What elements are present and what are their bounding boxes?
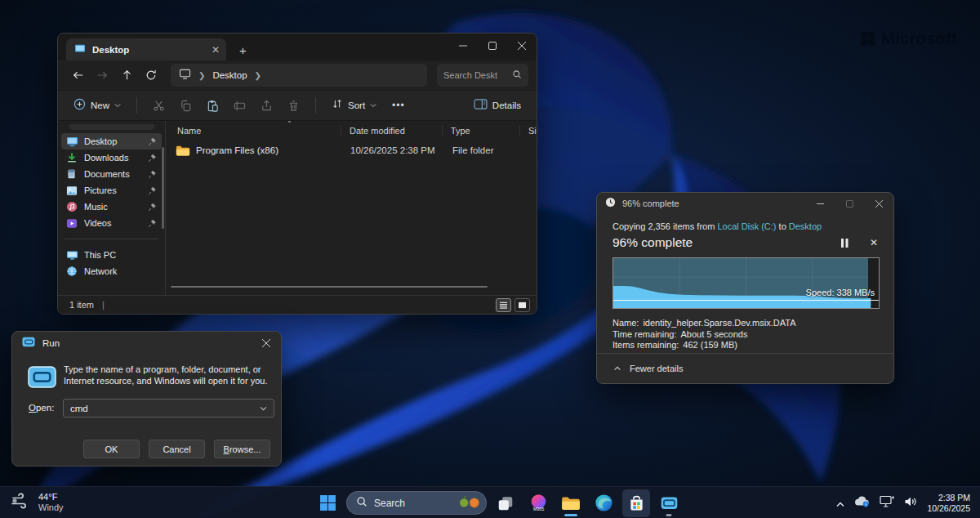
tab-close-icon[interactable]: ✕ [212,44,220,56]
sidebar-tree-group: This PCNetwork [58,247,165,279]
store-taskbar-button[interactable] [622,489,650,517]
taskbar-search[interactable]: Search [346,491,487,515]
sidebar-scrollbar[interactable] [162,147,164,229]
file-explorer-taskbar-button[interactable] [557,489,585,517]
cancel-copy-button[interactable]: ✕ [870,237,878,248]
column-header-type[interactable]: Type [442,126,519,136]
task-view-taskbar-button[interactable] [492,489,519,517]
column-header-date[interactable]: Date modified [341,126,442,136]
volume-icon[interactable] [904,496,918,511]
sidebar-item-desktop[interactable]: Desktop [61,133,162,150]
run-app-taskbar-button[interactable] [655,489,683,517]
file-list-pane: Name ⌃ Date modified Type Si Program Fil… [166,121,537,295]
fewer-details-label: Fewer details [630,364,683,373]
explorer-tab[interactable]: Desktop ✕ [66,38,226,60]
fewer-details-toggle[interactable]: Fewer details [597,353,893,383]
thispc-icon [66,250,78,261]
sidebar-item-label: Network [84,266,157,276]
open-label-rest: pen: [36,403,54,413]
run-dialog-titlebar: Run [12,332,281,354]
up-button[interactable] [115,64,138,87]
breadcrumb-item-desktop[interactable]: Desktop [212,70,247,80]
new-tab-button[interactable]: + [239,43,247,57]
detail-name-value: identity_helper.Sparse.Dev.msix.DATA [643,318,795,328]
copy-summary-prefix: Copying 2,356 items from [612,221,717,231]
sidebar-item-label: Music [84,202,142,212]
share-button[interactable] [255,93,278,118]
pause-button[interactable] [840,239,849,248]
ok-button[interactable]: OK [83,440,140,458]
sidebar-item-pictures[interactable]: Pictures [61,182,162,199]
pin-icon [148,154,157,163]
cut-button[interactable] [147,93,171,118]
taskbar-clock[interactable]: 2:38 PM 10/26/2025 [927,493,970,513]
downloads-icon [66,152,78,163]
minimize-button[interactable] [805,193,835,214]
speed-chart: Speed: 338 MB/s [612,257,880,309]
edge-taskbar-button[interactable] [590,489,617,517]
search-value: Search Deskt [443,70,512,80]
onedrive-icon[interactable] [854,495,871,511]
m365-taskbar-button[interactable]: M365 [524,489,552,517]
new-button[interactable]: New [68,93,127,118]
breadcrumb[interactable]: ❯ Desktop ❯ [171,64,427,87]
file-row[interactable]: Program Files (x86)10/26/2025 2:38 PMFil… [166,141,537,160]
column-header-name[interactable]: Name [166,126,341,136]
back-button[interactable] [66,64,89,87]
start-button[interactable] [314,489,341,517]
chevron-up-icon [613,366,621,371]
maximize-button[interactable] [478,33,507,58]
weather-widget[interactable]: 44°F Windy [0,487,69,518]
details-button-label: Details [492,100,521,110]
browse-button[interactable]: Browse... [214,440,270,458]
copy-destination-link[interactable]: Desktop [789,221,822,231]
refresh-button[interactable] [140,64,163,87]
copy-button[interactable] [174,93,198,118]
copy-source-link[interactable]: Local Disk (C:) [717,221,776,231]
open-combobox[interactable]: cmd [63,399,274,418]
close-button[interactable] [507,33,537,58]
forward-button[interactable] [91,64,114,87]
sidebar-item-this-pc[interactable]: This PC [61,247,162,263]
network-icon[interactable] [880,495,895,511]
search-input[interactable]: Search Deskt [437,64,528,87]
sidebar-item-music[interactable]: Music [61,199,162,215]
horizontal-scrollbar[interactable] [171,286,488,288]
details-view-button[interactable] [496,298,511,312]
watermark-text: Microsoft [881,29,957,48]
minimize-button[interactable] [448,33,478,58]
delete-button[interactable] [282,93,305,118]
sidebar-item-videos[interactable]: Videos [61,215,162,231]
copy-progress-dialog: 96% complete Copying 2,356 items from Lo… [596,192,894,384]
sidebar-item-documents[interactable]: Documents [61,166,162,182]
column-header-size[interactable]: Si [519,126,537,136]
copy-dialog-title: 96% complete [622,199,799,208]
sidebar-item-network[interactable]: Network [61,263,162,279]
tab-title: Desktop [92,45,205,55]
cancel-button[interactable]: Cancel [149,440,205,458]
window-controls [448,33,537,58]
rename-button[interactable] [228,93,252,118]
clock-time: 2:38 PM [927,493,970,503]
large-icons-view-button[interactable] [514,298,530,312]
search-icon [512,68,522,83]
details-button[interactable]: Details [468,93,527,118]
details-pane-icon [474,98,488,113]
m365-icon: M365 [529,493,548,512]
more-options-button[interactable]: ••• [385,100,412,111]
paste-button[interactable] [201,93,225,118]
item-count: 1 item [69,300,94,310]
close-button[interactable] [864,193,893,214]
pin-icon [148,170,157,179]
sidebar-item-downloads[interactable]: Downloads [61,150,162,166]
sort-icon [332,98,343,113]
maximize-button[interactable] [835,193,864,214]
status-divider: | [102,300,105,310]
sort-button[interactable]: Sort [326,93,382,118]
column-headers: Name ⌃ Date modified Type Si [166,121,537,141]
pin-icon [148,219,157,228]
new-button-label: New [91,100,109,110]
detail-items-label: Items remaining: [612,340,679,350]
close-button[interactable] [252,332,281,354]
hidden-icons-chevron[interactable] [835,496,845,511]
